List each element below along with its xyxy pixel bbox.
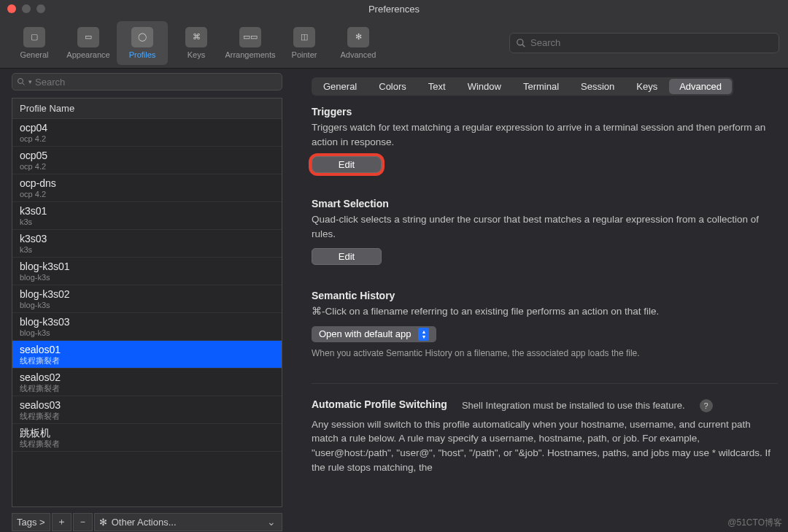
toolbar-label: Advanced bbox=[341, 50, 376, 59]
tab-text[interactable]: Text bbox=[418, 79, 456, 94]
profile-item[interactable]: ocp05ocp 4.2 bbox=[12, 147, 282, 174]
profile-sub: 线程撕裂者 bbox=[20, 412, 274, 421]
profile-name: blog-k3s03 bbox=[20, 316, 274, 328]
section-desc: Triggers watch for text matching a regul… bbox=[312, 120, 778, 149]
section-title: Triggers bbox=[312, 106, 778, 117]
pointer-icon: ◫ bbox=[293, 27, 315, 47]
main-panel: GeneralColorsTextWindowTerminalSessionKe… bbox=[294, 69, 788, 532]
keys-icon: ⌘ bbox=[185, 27, 207, 47]
profile-item[interactable]: blog-k3s01blog-k3s bbox=[12, 258, 282, 285]
svg-point-0 bbox=[517, 39, 523, 45]
other-actions-label: Other Actions... bbox=[112, 517, 177, 528]
profile-name: ocp05 bbox=[20, 150, 274, 162]
profile-item[interactable]: k3s03k3s bbox=[12, 230, 282, 258]
profile-tabbar: GeneralColorsTextWindowTerminalSessionKe… bbox=[312, 77, 733, 96]
profile-item[interactable]: 跳板机线程撕裂者 bbox=[12, 424, 282, 452]
main-toolbar: ▢General▭Appearance◯Profiles⌘Keys▭▭Arran… bbox=[0, 18, 788, 69]
profile-item[interactable]: k3s01k3s bbox=[12, 202, 282, 230]
profile-name: 跳板机 bbox=[20, 427, 274, 439]
profile-name: sealos03 bbox=[20, 399, 274, 412]
profile-name: sealos02 bbox=[20, 371, 274, 384]
auto-profile-section: Automatic Profile Switching Shell Integr… bbox=[312, 398, 778, 474]
remove-profile-button[interactable]: － bbox=[73, 513, 93, 531]
watermark: @51CTO博客 bbox=[727, 517, 782, 529]
profiles-icon: ◯ bbox=[131, 27, 153, 47]
profile-sub: blog-k3s bbox=[20, 301, 274, 310]
tab-session[interactable]: Session bbox=[571, 79, 625, 94]
profile-item[interactable]: ocp-dnsocp 4.2 bbox=[12, 174, 282, 202]
section-note: When you activate Semantic History on a … bbox=[312, 348, 778, 358]
tab-keys[interactable]: Keys bbox=[626, 79, 668, 94]
section-desc: Quad-click selects a string under the cu… bbox=[312, 212, 778, 241]
profile-sub: ocp 4.2 bbox=[20, 134, 274, 144]
profile-sub: 线程撕裂者 bbox=[20, 439, 274, 449]
sidebar-footer: Tags > ＋ － ✻ Other Actions... bbox=[12, 512, 282, 532]
profile-sub: blog-k3s bbox=[20, 273, 274, 282]
svg-line-1 bbox=[522, 44, 525, 47]
profile-item[interactable]: sealos01线程撕裂者 bbox=[12, 341, 282, 369]
toolbar-label: Profiles bbox=[129, 50, 156, 59]
profile-name: k3s01 bbox=[20, 205, 274, 217]
semantic-history-dropdown[interactable]: Open with default app ▲▼ bbox=[312, 326, 436, 342]
svg-line-3 bbox=[23, 83, 25, 85]
profile-name: blog-k3s02 bbox=[20, 288, 274, 301]
profile-name: ocp-dns bbox=[20, 177, 274, 190]
toolbar-pointer[interactable]: ◫Pointer bbox=[279, 21, 330, 65]
svg-point-2 bbox=[18, 79, 23, 84]
profile-sub: 线程撕裂者 bbox=[20, 384, 274, 393]
add-profile-button[interactable]: ＋ bbox=[52, 513, 72, 531]
tab-general[interactable]: General bbox=[313, 79, 367, 94]
arrangements-icon: ▭▭ bbox=[239, 27, 261, 47]
semantic-history-section: Semantic History ⌘-Click on a filename r… bbox=[312, 290, 778, 358]
tags-button[interactable]: Tags > bbox=[12, 513, 50, 531]
sidebar-search-input[interactable] bbox=[35, 77, 277, 88]
triggers-section: Triggers Triggers watch for text matchin… bbox=[312, 106, 778, 173]
profile-name: blog-k3s01 bbox=[20, 261, 274, 273]
tab-colors[interactable]: Colors bbox=[368, 79, 417, 94]
toolbar-general[interactable]: ▢General bbox=[9, 21, 60, 65]
toolbar-arrangements[interactable]: ▭▭Arrangements bbox=[225, 21, 276, 65]
edit-smart-selection-button[interactable]: Edit bbox=[312, 248, 382, 265]
tab-terminal[interactable]: Terminal bbox=[513, 79, 569, 94]
profile-sub: blog-k3s bbox=[20, 328, 274, 338]
search-icon bbox=[516, 38, 526, 48]
profile-sub: ocp 4.2 bbox=[20, 162, 274, 171]
section-desc: ⌘-Click on a filename referring to an ex… bbox=[312, 304, 778, 319]
profile-name: ocp04 bbox=[20, 122, 274, 134]
advanced-panel: Triggers Triggers watch for text matchin… bbox=[301, 103, 778, 528]
profile-name: k3s03 bbox=[20, 233, 274, 245]
profile-sub: k3s bbox=[20, 245, 274, 255]
sidebar-search[interactable]: ▾ bbox=[12, 73, 282, 90]
toolbar-profiles[interactable]: ◯Profiles bbox=[117, 21, 168, 65]
profile-item[interactable]: ocp04ocp 4.2 bbox=[12, 119, 282, 147]
toolbar-keys[interactable]: ⌘Keys bbox=[171, 21, 222, 65]
sidebar: ▾ Profile Name ocp04ocp 4.2ocp05ocp 4.2o… bbox=[0, 69, 294, 532]
section-desc: Any session will switch to this profile … bbox=[312, 417, 778, 474]
toolbar-label: Appearance bbox=[66, 50, 109, 59]
toolbar-search-input[interactable] bbox=[530, 37, 773, 48]
dropdown-value: Open with default app bbox=[319, 328, 411, 339]
edit-triggers-button[interactable]: Edit bbox=[312, 156, 382, 173]
section-title: Smart Selection bbox=[312, 198, 778, 209]
appearance-icon: ▭ bbox=[77, 27, 99, 47]
divider bbox=[312, 383, 778, 384]
profile-item[interactable]: sealos02线程撕裂者 bbox=[12, 369, 282, 396]
tab-advanced[interactable]: Advanced bbox=[669, 79, 732, 94]
profile-sub: k3s bbox=[20, 217, 274, 227]
gear-icon: ✻ bbox=[99, 517, 107, 528]
section-title: Automatic Profile Switching bbox=[312, 398, 447, 410]
toolbar-search[interactable] bbox=[509, 33, 779, 53]
toolbar-advanced[interactable]: ✻Advanced bbox=[333, 21, 384, 65]
other-actions-dropdown[interactable]: ✻ Other Actions... bbox=[94, 513, 282, 531]
chevron-down-icon: ▾ bbox=[28, 78, 32, 85]
tab-window[interactable]: Window bbox=[457, 79, 511, 94]
profile-item[interactable]: blog-k3s03blog-k3s bbox=[12, 313, 282, 341]
shell-integration-hint: Shell Integration must be installed to u… bbox=[462, 400, 685, 411]
profile-item[interactable]: sealos03线程撕裂者 bbox=[12, 396, 282, 424]
toolbar-label: Arrangements bbox=[225, 50, 275, 59]
toolbar-appearance[interactable]: ▭Appearance bbox=[63, 21, 114, 65]
profile-list: Profile Name ocp04ocp 4.2ocp05ocp 4.2ocp… bbox=[12, 98, 282, 507]
profile-item[interactable]: blog-k3s02blog-k3s bbox=[12, 285, 282, 313]
help-icon[interactable]: ? bbox=[700, 399, 713, 412]
profile-list-header: Profile Name bbox=[12, 99, 282, 119]
